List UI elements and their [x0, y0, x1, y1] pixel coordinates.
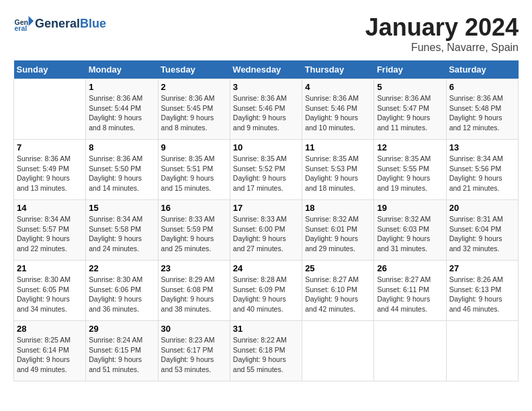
day-info: Sunrise: 8:35 AMSunset: 5:53 PMDaylight:…: [305, 154, 371, 193]
day-info: Sunrise: 8:36 AMSunset: 5:45 PMDaylight:…: [161, 93, 227, 133]
day-number: 27: [449, 263, 515, 273]
calendar-cell: 14Sunrise: 8:34 AMSunset: 5:57 PMDayligh…: [14, 200, 86, 261]
calendar-cell: 24Sunrise: 8:28 AMSunset: 6:09 PMDayligh…: [230, 261, 302, 321]
calendar-cell: 28Sunrise: 8:25 AMSunset: 6:14 PMDayligh…: [14, 321, 86, 381]
calendar-cell: 17Sunrise: 8:33 AMSunset: 6:00 PMDayligh…: [230, 200, 302, 261]
calendar-cell: 1Sunrise: 8:36 AMSunset: 5:44 PMDaylight…: [86, 79, 158, 140]
day-info: Sunrise: 8:35 AMSunset: 5:52 PMDaylight:…: [233, 154, 299, 193]
calendar-cell: 30Sunrise: 8:23 AMSunset: 6:17 PMDayligh…: [158, 321, 230, 381]
day-number: 22: [89, 263, 154, 273]
day-info: Sunrise: 8:33 AMSunset: 6:00 PMDaylight:…: [233, 214, 299, 254]
calendar-cell: 9Sunrise: 8:35 AMSunset: 5:51 PMDaylight…: [158, 140, 230, 200]
calendar-cell: 2Sunrise: 8:36 AMSunset: 5:45 PMDaylight…: [158, 79, 230, 140]
day-info: Sunrise: 8:23 AMSunset: 6:17 PMDaylight:…: [161, 335, 227, 375]
day-info: Sunrise: 8:33 AMSunset: 5:59 PMDaylight:…: [161, 214, 227, 254]
day-info: Sunrise: 8:34 AMSunset: 5:56 PMDaylight:…: [449, 154, 515, 193]
calendar-cell: [374, 321, 446, 381]
svg-marker-2: [29, 16, 34, 26]
calendar-header-row: SundayMondayTuesdayWednesdayThursdayFrid…: [14, 60, 519, 79]
calendar-cell: 26Sunrise: 8:27 AMSunset: 6:11 PMDayligh…: [374, 261, 446, 321]
day-info: Sunrise: 8:26 AMSunset: 6:13 PMDaylight:…: [449, 275, 515, 314]
calendar-cell: 6Sunrise: 8:36 AMSunset: 5:48 PMDaylight…: [446, 79, 518, 140]
day-info: Sunrise: 8:35 AMSunset: 5:51 PMDaylight:…: [161, 154, 227, 193]
day-info: Sunrise: 8:28 AMSunset: 6:09 PMDaylight:…: [233, 275, 299, 314]
calendar-cell: 16Sunrise: 8:33 AMSunset: 5:59 PMDayligh…: [158, 200, 230, 261]
calendar-cell: 7Sunrise: 8:36 AMSunset: 5:49 PMDaylight…: [14, 140, 86, 200]
calendar-cell: 12Sunrise: 8:35 AMSunset: 5:55 PMDayligh…: [374, 140, 446, 200]
day-number: 7: [17, 142, 83, 152]
header-sunday: Sunday: [14, 60, 86, 79]
day-number: 3: [233, 82, 299, 92]
day-info: Sunrise: 8:36 AMSunset: 5:46 PMDaylight:…: [233, 93, 299, 133]
calendar-cell: 11Sunrise: 8:35 AMSunset: 5:53 PMDayligh…: [302, 140, 374, 200]
day-info: Sunrise: 8:36 AMSunset: 5:50 PMDaylight:…: [89, 154, 154, 193]
day-info: Sunrise: 8:32 AMSunset: 6:01 PMDaylight:…: [305, 214, 371, 254]
day-info: Sunrise: 8:36 AMSunset: 5:44 PMDaylight:…: [89, 93, 154, 133]
calendar-cell: 3Sunrise: 8:36 AMSunset: 5:46 PMDaylight…: [230, 79, 302, 140]
day-number: 26: [377, 263, 443, 273]
calendar-week-3: 14Sunrise: 8:34 AMSunset: 5:57 PMDayligh…: [14, 200, 519, 261]
day-number: 17: [233, 203, 299, 213]
day-info: Sunrise: 8:36 AMSunset: 5:48 PMDaylight:…: [449, 93, 515, 133]
logo: Gen eral GeneralBlue: [13, 13, 106, 34]
calendar-cell: 31Sunrise: 8:22 AMSunset: 6:18 PMDayligh…: [230, 321, 302, 381]
calendar-cell: 23Sunrise: 8:29 AMSunset: 6:08 PMDayligh…: [158, 261, 230, 321]
day-number: 12: [377, 142, 443, 152]
day-info: Sunrise: 8:36 AMSunset: 5:47 PMDaylight:…: [377, 93, 443, 133]
day-number: 30: [161, 324, 227, 334]
calendar-week-4: 21Sunrise: 8:30 AMSunset: 6:05 PMDayligh…: [14, 261, 519, 321]
day-number: 18: [305, 203, 371, 213]
calendar-week-5: 28Sunrise: 8:25 AMSunset: 6:14 PMDayligh…: [14, 321, 519, 381]
calendar-cell: 19Sunrise: 8:32 AMSunset: 6:03 PMDayligh…: [374, 200, 446, 261]
calendar-table: SundayMondayTuesdayWednesdayThursdayFrid…: [13, 60, 519, 381]
calendar-cell: 21Sunrise: 8:30 AMSunset: 6:05 PMDayligh…: [14, 261, 86, 321]
day-info: Sunrise: 8:35 AMSunset: 5:55 PMDaylight:…: [377, 154, 443, 193]
header-wednesday: Wednesday: [230, 60, 302, 79]
day-number: 15: [89, 203, 154, 213]
title-section: January 2024 Funes, Navarre, Spain: [365, 13, 519, 54]
calendar-cell: 15Sunrise: 8:34 AMSunset: 5:58 PMDayligh…: [86, 200, 158, 261]
day-number: 29: [89, 324, 154, 334]
day-number: 23: [161, 263, 227, 273]
day-info: Sunrise: 8:32 AMSunset: 6:03 PMDaylight:…: [377, 214, 443, 254]
day-number: 19: [377, 203, 443, 213]
header-thursday: Thursday: [302, 60, 374, 79]
page-header: Gen eral GeneralBlue January 2024 Funes,…: [13, 13, 519, 54]
calendar-cell: 22Sunrise: 8:30 AMSunset: 6:06 PMDayligh…: [86, 261, 158, 321]
day-number: 5: [377, 82, 443, 92]
svg-text:eral: eral: [15, 24, 28, 32]
day-number: 11: [305, 142, 371, 152]
month-title: January 2024: [365, 13, 519, 42]
calendar-week-1: 1Sunrise: 8:36 AMSunset: 5:44 PMDaylight…: [14, 79, 519, 140]
day-info: Sunrise: 8:30 AMSunset: 6:05 PMDaylight:…: [17, 275, 83, 314]
calendar-cell: [14, 79, 86, 140]
day-info: Sunrise: 8:30 AMSunset: 6:06 PMDaylight:…: [89, 275, 154, 314]
day-number: 20: [449, 203, 515, 213]
day-number: 6: [449, 82, 515, 92]
logo-blue-text: Blue: [80, 17, 106, 30]
calendar-cell: 29Sunrise: 8:24 AMSunset: 6:15 PMDayligh…: [86, 321, 158, 381]
header-monday: Monday: [86, 60, 158, 79]
logo-general-text: General: [35, 17, 80, 30]
calendar-cell: 5Sunrise: 8:36 AMSunset: 5:47 PMDaylight…: [374, 79, 446, 140]
calendar-cell: 20Sunrise: 8:31 AMSunset: 6:04 PMDayligh…: [446, 200, 518, 261]
calendar-cell: 8Sunrise: 8:36 AMSunset: 5:50 PMDaylight…: [86, 140, 158, 200]
calendar-cell: [302, 321, 374, 381]
location: Funes, Navarre, Spain: [365, 42, 519, 54]
header-tuesday: Tuesday: [158, 60, 230, 79]
calendar-cell: 27Sunrise: 8:26 AMSunset: 6:13 PMDayligh…: [446, 261, 518, 321]
day-number: 10: [233, 142, 299, 152]
day-number: 28: [17, 324, 83, 334]
day-number: 13: [449, 142, 515, 152]
calendar-cell: 4Sunrise: 8:36 AMSunset: 5:46 PMDaylight…: [302, 79, 374, 140]
calendar-week-2: 7Sunrise: 8:36 AMSunset: 5:49 PMDaylight…: [14, 140, 519, 200]
calendar-cell: 10Sunrise: 8:35 AMSunset: 5:52 PMDayligh…: [230, 140, 302, 200]
calendar-cell: 18Sunrise: 8:32 AMSunset: 6:01 PMDayligh…: [302, 200, 374, 261]
day-number: 8: [89, 142, 154, 152]
day-info: Sunrise: 8:22 AMSunset: 6:18 PMDaylight:…: [233, 335, 299, 375]
day-number: 21: [17, 263, 83, 273]
day-info: Sunrise: 8:31 AMSunset: 6:04 PMDaylight:…: [449, 214, 515, 254]
calendar-cell: [446, 321, 518, 381]
day-info: Sunrise: 8:34 AMSunset: 5:57 PMDaylight:…: [17, 214, 83, 254]
day-info: Sunrise: 8:24 AMSunset: 6:15 PMDaylight:…: [89, 335, 154, 375]
